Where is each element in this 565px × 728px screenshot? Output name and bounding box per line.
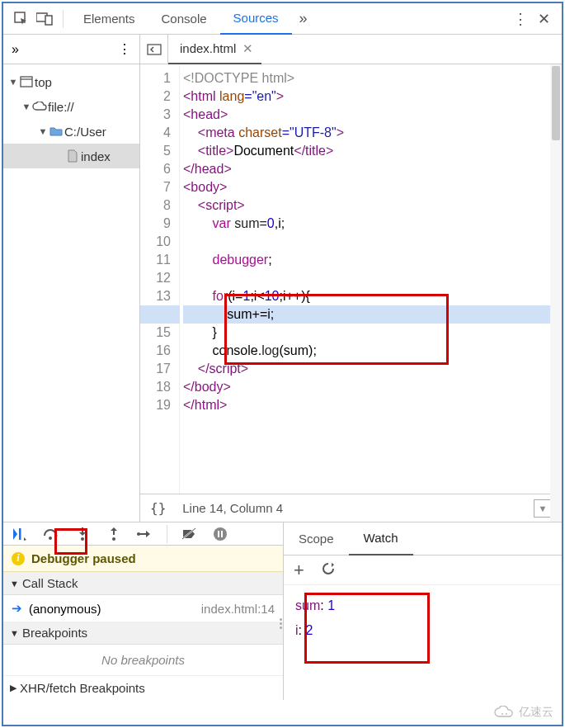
chevron-down-icon: ▼ bbox=[21, 102, 31, 111]
tree-node-folder[interactable]: ▼ C:/User bbox=[3, 119, 139, 144]
svg-point-13 bbox=[137, 532, 140, 536]
svg-rect-5 bbox=[148, 45, 161, 54]
watch-item[interactable]: sum: 1 bbox=[295, 593, 550, 618]
tree-node-file-index[interactable]: index bbox=[3, 144, 139, 168]
svg-point-7 bbox=[49, 537, 52, 540]
editor-status-bar: {} Line 14, Column 4 ▼ bbox=[140, 494, 562, 522]
svg-rect-2 bbox=[45, 16, 52, 25]
step-over-button[interactable] bbox=[41, 524, 61, 544]
tree-label: top bbox=[35, 75, 52, 89]
stack-frame[interactable]: ➔ (anonymous) index.html:14 bbox=[3, 595, 283, 622]
file-navigator: » ⋮ ▼ top ▼ file:// bbox=[3, 35, 140, 522]
more-tabs-icon[interactable]: » bbox=[292, 7, 315, 31]
resume-button[interactable] bbox=[10, 524, 30, 544]
step-button[interactable] bbox=[135, 524, 155, 544]
paused-label: Debugger paused bbox=[31, 551, 136, 565]
frame-location: index.html:14 bbox=[201, 602, 275, 616]
chevron-down-icon: ▼ bbox=[38, 126, 48, 136]
tab-elements[interactable]: Elements bbox=[70, 3, 148, 35]
tree-label: C:/User bbox=[64, 125, 106, 139]
step-out-button[interactable] bbox=[104, 524, 124, 544]
xhr-breakpoints-header[interactable]: ▶ XHR/fetch Breakpoints bbox=[3, 675, 283, 700]
deactivate-breakpoints-button[interactable] bbox=[179, 524, 199, 544]
more-panels-icon[interactable]: » bbox=[12, 42, 19, 57]
tree-node-file-origin[interactable]: ▼ file:// bbox=[3, 94, 139, 119]
watermark: 亿速云 bbox=[494, 705, 553, 720]
debugger-panel: i Debugger paused ▼ Call Stack ➔ (anonym… bbox=[3, 522, 284, 700]
file-icon bbox=[64, 149, 81, 163]
svg-rect-18 bbox=[221, 531, 223, 537]
watch-panel: Scope Watch + sum: 1 i: 2 bbox=[284, 522, 562, 700]
cursor-position: Line 14, Column 4 bbox=[182, 501, 283, 515]
frame-name: (anonymous) bbox=[29, 602, 101, 616]
tree-label: index bbox=[81, 149, 111, 163]
resize-handle[interactable] bbox=[277, 612, 284, 636]
tab-console[interactable]: Console bbox=[148, 3, 220, 35]
inspect-element-icon[interactable] bbox=[10, 7, 33, 31]
breakpoints-header[interactable]: ▼ Breakpoints bbox=[3, 622, 283, 645]
code-editor[interactable]: 123 456 789 101112 131415 161718 19 <!DO… bbox=[140, 64, 562, 494]
cloud-icon bbox=[31, 102, 48, 111]
window-icon bbox=[18, 76, 35, 87]
no-breakpoints-label: No breakpoints bbox=[3, 645, 283, 675]
panel-menu-icon[interactable]: ⋮ bbox=[118, 41, 131, 57]
chevron-down-icon: ▼ bbox=[10, 628, 19, 638]
navigator-toggle-icon[interactable] bbox=[140, 35, 168, 64]
chevron-right-icon: ▶ bbox=[10, 683, 16, 693]
file-tab-index[interactable]: index.html ✕ bbox=[168, 35, 261, 64]
close-icon[interactable]: ✕ bbox=[532, 7, 555, 31]
call-stack-header[interactable]: ▼ Call Stack bbox=[3, 572, 283, 595]
svg-rect-3 bbox=[21, 77, 32, 87]
step-into-button[interactable] bbox=[73, 524, 92, 544]
scrollbar-vertical[interactable] bbox=[550, 64, 562, 522]
sidebar-toggle-icon[interactable]: ▼ bbox=[534, 499, 552, 518]
pause-exceptions-button[interactable] bbox=[210, 524, 230, 544]
chevron-down-icon: ▼ bbox=[8, 77, 18, 87]
tree-node-top[interactable]: ▼ top bbox=[3, 69, 139, 94]
add-watch-icon[interactable]: + bbox=[294, 560, 304, 581]
debugger-toolbar bbox=[3, 522, 283, 546]
info-icon: i bbox=[12, 552, 25, 565]
svg-point-16 bbox=[214, 527, 227, 541]
watch-expressions: sum: 1 i: 2 bbox=[284, 585, 562, 651]
devtools-top-bar: Elements Console Sources » ⋮ ✕ bbox=[3, 3, 562, 35]
svg-rect-6 bbox=[19, 528, 21, 540]
source-editor: index.html ✕ 123 456 789 101112 131415 1… bbox=[140, 35, 562, 522]
svg-rect-17 bbox=[218, 531, 219, 537]
watch-item[interactable]: i: 2 bbox=[295, 618, 550, 643]
divider bbox=[63, 10, 64, 28]
file-tab-label: index.html bbox=[180, 41, 236, 55]
code-content[interactable]: <!DOCTYPE html> <html lang="en"> <head> … bbox=[180, 64, 562, 494]
folder-icon bbox=[48, 126, 64, 136]
current-frame-icon: ➔ bbox=[12, 601, 22, 616]
svg-point-9 bbox=[81, 537, 84, 541]
line-gutter: 123 456 789 101112 131415 161718 19 bbox=[140, 64, 180, 494]
device-toggle-icon[interactable] bbox=[33, 7, 56, 31]
tab-scope[interactable]: Scope bbox=[284, 522, 349, 555]
tab-watch[interactable]: Watch bbox=[349, 522, 413, 555]
svg-point-19 bbox=[501, 713, 503, 715]
refresh-icon[interactable] bbox=[321, 561, 336, 579]
svg-point-11 bbox=[112, 537, 115, 541]
tree-label: file:// bbox=[48, 100, 74, 114]
kebab-menu-icon[interactable]: ⋮ bbox=[509, 7, 532, 31]
debugger-paused-banner: i Debugger paused bbox=[3, 546, 283, 572]
tab-sources[interactable]: Sources bbox=[220, 3, 292, 35]
execution-line: sum+=i; bbox=[183, 305, 562, 324]
pretty-print-icon[interactable]: {} bbox=[150, 500, 166, 516]
chevron-down-icon: ▼ bbox=[10, 579, 19, 589]
svg-point-20 bbox=[506, 713, 507, 715]
close-tab-icon[interactable]: ✕ bbox=[242, 41, 253, 56]
